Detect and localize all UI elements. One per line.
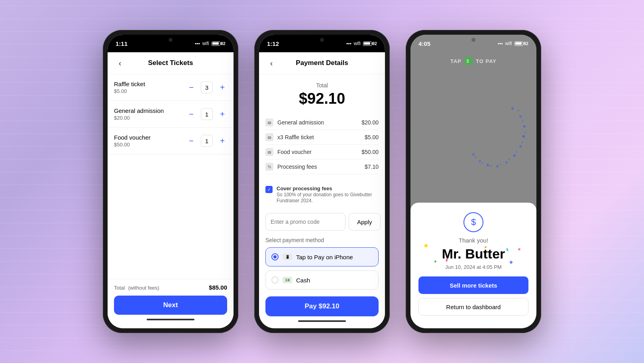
qty-decrease-raffle[interactable]: − bbox=[187, 83, 196, 92]
cover-fees-desc: So 100% of your donation goes to Givebut… bbox=[277, 192, 372, 203]
payment-nav-header: ‹ Payment Details bbox=[259, 52, 385, 74]
ticket-name-general: General admission bbox=[114, 107, 187, 114]
item-name-raffle: x3 Raffle ticket bbox=[277, 134, 365, 140]
payment-name-cash: Cash bbox=[296, 277, 310, 284]
apply-button[interactable]: Apply bbox=[349, 213, 381, 231]
payment-back-button[interactable]: ‹ bbox=[265, 57, 277, 69]
dollar-icon: $ bbox=[463, 212, 483, 232]
svg-point-8 bbox=[505, 161, 508, 164]
cover-fees-checkbox[interactable] bbox=[265, 186, 273, 193]
svg-point-20 bbox=[490, 165, 492, 167]
item-amount-raffle: $5.00 bbox=[365, 134, 379, 140]
cover-fees-section: Cover processing fees So 100% of your do… bbox=[265, 181, 379, 208]
line-item-food: 🎟 Food voucher $50.00 bbox=[265, 145, 379, 160]
total-row: Total (without fees) $85.00 bbox=[114, 284, 227, 291]
total-label: Total (without fees) bbox=[114, 284, 159, 291]
phone-1: 1:11 ▪▪▪ wifi 92 ‹ Select Tickets Raffle… bbox=[103, 30, 238, 333]
dots-animation bbox=[453, 97, 532, 176]
qty-control-raffle: − 3 + bbox=[187, 81, 227, 93]
qty-value-raffle: 3 bbox=[201, 81, 213, 93]
svg-point-5 bbox=[522, 135, 525, 138]
line-item-raffle: 🎟 x3 Raffle ticket $5.00 bbox=[265, 130, 379, 145]
ticket-price-general: $20.00 bbox=[114, 115, 187, 121]
svg-point-14 bbox=[522, 120, 523, 122]
ticket-item-food: Food voucher $50.00 − 1 + bbox=[108, 128, 234, 154]
thank-you-text: Thank you! bbox=[418, 237, 528, 244]
back-button[interactable]: ‹ bbox=[114, 57, 126, 69]
qty-value-general: 1 bbox=[201, 108, 213, 120]
svg-point-12 bbox=[472, 153, 475, 156]
home-indicator bbox=[147, 319, 194, 320]
payment-option-tap[interactable]: 📱 Tap to Pay on iPhone bbox=[265, 247, 379, 266]
signal-icon-2: ▪▪▪ bbox=[346, 41, 351, 46]
svg-point-7 bbox=[513, 154, 516, 157]
to-pay-label: TO PAY bbox=[476, 58, 497, 64]
sell-tickets-button[interactable]: Sell more tickets bbox=[418, 276, 528, 294]
tap-pay-icon: 📱 bbox=[283, 254, 292, 260]
line-item-processing: % Processing fees $7.10 bbox=[265, 160, 379, 174]
ticket-name-raffle: Raffle ticket bbox=[114, 81, 187, 87]
line-item-general: 🎟 General admission $20.00 bbox=[265, 115, 379, 130]
svg-point-6 bbox=[519, 145, 522, 148]
qty-control-general: − 1 + bbox=[187, 108, 227, 120]
item-amount-food: $50.00 bbox=[361, 149, 379, 155]
cash-icon: 💵 bbox=[283, 277, 292, 283]
pay-section: Pay $92.10 bbox=[259, 290, 385, 328]
screen-footer: Total (without fees) $85.00 Next bbox=[108, 279, 234, 328]
svg-text:$: $ bbox=[467, 59, 469, 63]
svg-point-9 bbox=[496, 165, 499, 168]
payment-method-label: Select payment method bbox=[265, 237, 379, 243]
battery-indicator: 92 bbox=[212, 41, 226, 46]
fees-icon: % bbox=[265, 163, 273, 171]
tap-label: TAP bbox=[450, 58, 461, 64]
qty-decrease-food[interactable]: − bbox=[187, 136, 196, 146]
phone-2: 1:12 ▪▪▪ wifi 92 ‹ Payment Details Total… bbox=[254, 30, 390, 333]
home-indicator-3 bbox=[450, 319, 497, 320]
home-indicator-2 bbox=[298, 320, 346, 322]
svg-point-13 bbox=[518, 110, 519, 111]
phone-3: 4:05 ▪▪▪ wifi 82 TAP $ TO PAY bbox=[406, 30, 541, 333]
svg-point-22 bbox=[475, 156, 476, 158]
svg-point-15 bbox=[524, 132, 526, 133]
ticket-icon-2: 🎟 bbox=[265, 133, 273, 141]
item-name-general: General admission bbox=[277, 119, 361, 126]
svg-point-16 bbox=[522, 142, 523, 143]
customer-name: Mr. Butter bbox=[418, 246, 528, 262]
qty-control-food: − 1 + bbox=[187, 135, 227, 147]
item-amount-processing: $7.10 bbox=[365, 164, 379, 170]
item-name-processing: Processing fees bbox=[277, 164, 365, 170]
total-amount: $85.00 bbox=[209, 284, 227, 291]
battery-indicator-2: 92 bbox=[363, 41, 377, 46]
nav-header: ‹ Select Tickets bbox=[108, 52, 234, 74]
tap-area bbox=[410, 70, 536, 203]
qty-decrease-general[interactable]: − bbox=[187, 109, 196, 119]
ticket-list: Raffle ticket $5.00 − 3 + General admiss… bbox=[108, 74, 234, 279]
pay-button[interactable]: Pay $92.10 bbox=[265, 296, 379, 316]
payment-total-section: Total $92.10 bbox=[265, 82, 379, 107]
qty-increase-raffle[interactable]: + bbox=[218, 83, 227, 92]
tap-to-pay-header: TAP $ TO PAY bbox=[410, 52, 536, 70]
tap-pay-logo: $ bbox=[465, 57, 473, 65]
dashboard-button[interactable]: Return to dashboard bbox=[418, 298, 528, 316]
payment-total-label: Total bbox=[265, 82, 379, 89]
qty-increase-general[interactable]: + bbox=[218, 109, 227, 119]
phone2-status: ▪▪▪ wifi 92 bbox=[346, 41, 377, 46]
phone2-time: 1:12 bbox=[267, 40, 279, 47]
svg-point-10 bbox=[487, 164, 489, 166]
next-button[interactable]: Next bbox=[114, 296, 227, 315]
payment-option-cash[interactable]: 💵 Cash bbox=[265, 270, 379, 290]
promo-input[interactable] bbox=[265, 213, 346, 231]
svg-point-2 bbox=[511, 107, 514, 110]
svg-point-18 bbox=[509, 159, 510, 160]
payment-content: Total $92.10 🎟 General admission $20.00 … bbox=[259, 74, 385, 290]
phone1-time: 1:11 bbox=[116, 40, 128, 47]
wifi-icon: wifi bbox=[202, 41, 209, 46]
radio-cash bbox=[271, 276, 279, 284]
ticket-price-raffle: $5.00 bbox=[114, 88, 187, 94]
ticket-item-general: General admission $20.00 − 1 + bbox=[108, 101, 234, 128]
qty-increase-food[interactable]: + bbox=[218, 136, 227, 146]
signal-icon-3: ▪▪▪ bbox=[498, 41, 503, 46]
item-amount-general: $20.00 bbox=[361, 119, 379, 126]
ticket-icon-1: 🎟 bbox=[265, 118, 273, 126]
battery-indicator-3: 82 bbox=[514, 41, 528, 46]
